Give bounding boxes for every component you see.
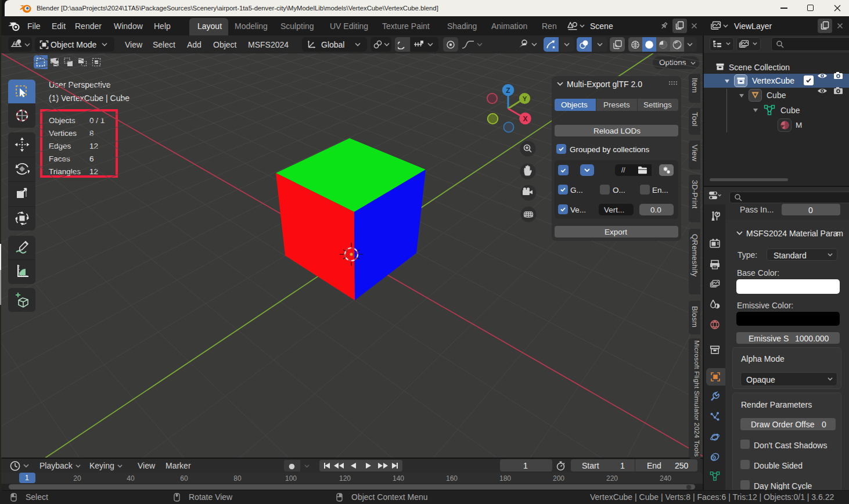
svg-text:Z: Z bbox=[506, 87, 510, 95]
svg-text:X: X bbox=[523, 115, 527, 123]
svg-text:Y: Y bbox=[523, 95, 527, 102]
